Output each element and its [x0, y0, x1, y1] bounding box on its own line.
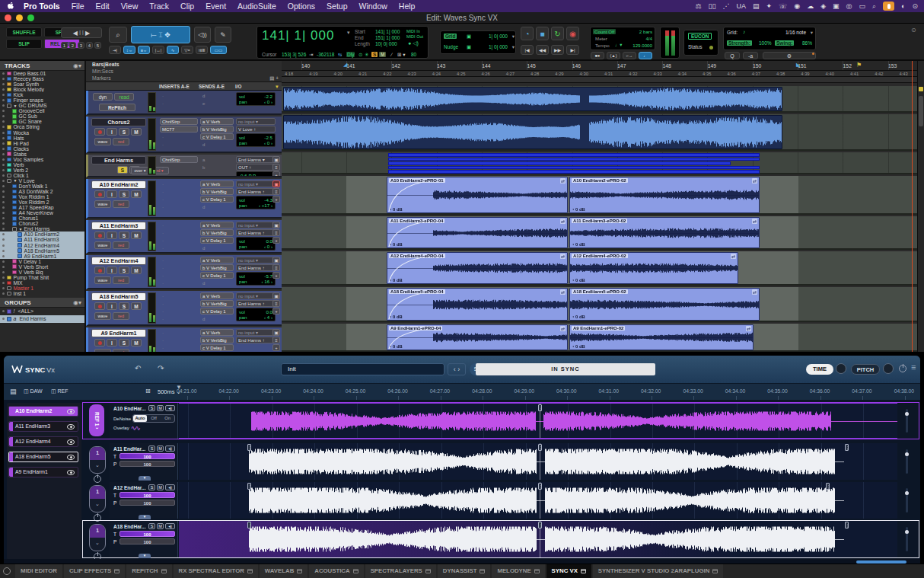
input-monitor-button[interactable]: I — [107, 339, 117, 346]
io-output[interactable]: End Harms ↑ — [236, 337, 276, 343]
menu-item-audiosuite[interactable]: AudioSuite — [237, 2, 276, 11]
grid-icon[interactable]: ⊞ — [145, 388, 151, 394]
send-d[interactable]: d — [200, 315, 234, 322]
audio-clip[interactable]: A18 EndHarm5-ePRO-02⇄◔ 0 dB — [569, 288, 760, 321]
send-c-v-delay-1[interactable]: c V Delay 1 — [200, 196, 234, 203]
sidebar-track-vox-riddim-2[interactable]: Vox Riddim 2 — [0, 200, 84, 205]
edit-toolbar-mini-4[interactable]: ∿ — [167, 46, 179, 54]
edit-track-strip-a9-endharm1[interactable]: A9 EndHarm1ISMwavered···a V Verbb V Verb… — [86, 327, 282, 352]
sidebar-track-hi-pad[interactable]: Hi Pad — [0, 141, 84, 146]
edit-track-strip-chorus2[interactable]: Chorus2ISMwaveredChnlStrpMC77··a V Verbb… — [86, 117, 282, 153]
grid-note-dropdown[interactable]: ▾ — [811, 30, 813, 36]
sync-marker-handle[interactable]: ⋮ — [845, 444, 849, 451]
elastic-audio-button[interactable]: ▣ — [272, 329, 280, 336]
insert-empty[interactable]: · — [160, 264, 198, 271]
lane-expand-arrow[interactable]: ▼ — [139, 554, 151, 558]
auto-red[interactable]: red — [113, 312, 129, 320]
memory-location-1[interactable]: 1 — [61, 42, 68, 49]
solo-badge[interactable]: S — [371, 52, 378, 57]
io-input[interactable]: no input ▾ — [236, 329, 276, 336]
plugin-track-item-a10-endharm2[interactable]: A10 EndHarm2 — [8, 406, 78, 417]
audio-clip-waveform[interactable] — [283, 87, 782, 111]
sidebar-track-groovecell[interactable]: GrooveCell — [0, 108, 84, 113]
taskbar-tab-dynassist[interactable]: DYNASSIST — [438, 564, 491, 578]
input-monitor-button[interactable]: I — [107, 267, 117, 274]
io-output[interactable]: End Harms ↑ — [236, 188, 276, 195]
menu-item-file[interactable]: File — [72, 2, 84, 11]
pan-value[interactable]: ‹ 0 › — [264, 140, 272, 145]
sidebar-track-reecey-bass[interactable]: Reecey Bass — [0, 76, 84, 81]
track-name-box[interactable]: A18 EndHarm5 — [91, 292, 146, 301]
sidebar-track-v-delay-1[interactable]: V Delay 1 — [0, 259, 84, 264]
track-name-box[interactable]: Chorus2 — [91, 118, 146, 126]
insert-empty[interactable]: · — [160, 100, 198, 107]
visibility-eye-icon[interactable] — [67, 424, 75, 430]
memory-location-2[interactable]: 2 — [69, 42, 76, 49]
menu-item-window[interactable]: Window — [359, 2, 387, 11]
swing-value[interactable]: 86% — [802, 40, 812, 46]
menu-item-setup[interactable]: Setup — [327, 2, 347, 11]
visibility-eye-icon[interactable] — [67, 455, 75, 460]
sync-marker-handle[interactable]: ⋮ — [247, 444, 251, 451]
strength-value[interactable]: 100% — [759, 40, 772, 46]
vertical-scrollbar[interactable] — [917, 61, 924, 352]
menu-item-clip[interactable]: Clip — [180, 2, 194, 11]
auto-red[interactable]: red — [113, 200, 129, 208]
metronome-button-0[interactable]: ■● — [591, 52, 604, 59]
send-b-v-verbbig[interactable]: b V VerbBig — [200, 126, 234, 133]
bars-ruler[interactable]: 1401411421431441451461471481491501511521… — [282, 61, 917, 71]
lane-zoom-slider[interactable] — [906, 449, 908, 474]
playlist-button[interactable]: ≡ — [272, 164, 280, 171]
elastic-warp-icon[interactable]: ⇄ — [560, 178, 566, 184]
sync-marker-handle[interactable]: ⋮ — [538, 444, 542, 451]
grabber-tool[interactable]: ✥ — [164, 31, 170, 39]
elastic-warp-icon[interactable]: ⇄ — [560, 326, 566, 331]
edit-track-strip-a18-endharm5[interactable]: A18 EndHarm5ISMwavered····a V Verbb V Ve… — [86, 291, 282, 326]
denoise-option-on[interactable]: On — [161, 415, 174, 422]
solo-button[interactable]: S — [119, 232, 129, 239]
audio-clip[interactable]: A18 EndHarm5-ePRO-04⇄◔ 0 dB — [387, 288, 568, 321]
transport-loop-playback-button[interactable]: ↻ — [551, 27, 564, 40]
insert-chnlstrp[interactable]: ChnlStrp — [160, 156, 198, 163]
lane-zoom-slider[interactable] — [906, 409, 908, 433]
audio-track-lane-a11-endharm3[interactable]: A11 EndHarm3-ePRO-04⇄◔ 0 dBA11 EndHarm3-… — [282, 216, 917, 250]
playlist-button[interactable]: ≡ — [272, 188, 280, 195]
menu-item-view[interactable]: View — [121, 2, 139, 11]
solo-button[interactable]: S — [117, 166, 128, 174]
sidebar-track-a3-dontwalk-2[interactable]: A3 DontWalk 2 — [0, 189, 84, 194]
denoise-segmented-control[interactable]: AutoOffOn — [132, 414, 175, 423]
lane-mute-button[interactable]: M — [157, 523, 164, 529]
app-icon[interactable]: ▣ — [833, 0, 840, 12]
clip-gain-label[interactable]: ◔ 0 dB — [389, 278, 403, 283]
taskbar-tab-sync-vx[interactable]: SYNC VX — [546, 564, 591, 578]
playlist-button[interactable]: ≡ — [272, 300, 280, 307]
clip-gain-label[interactable]: ◔ 0 dB — [572, 344, 585, 349]
ruler-label-2[interactable]: Markers — [92, 75, 111, 81]
sync-marker-handle[interactable]: ⋮ — [247, 483, 251, 490]
solo-button[interactable]: S — [119, 267, 129, 274]
send-a-v-verb[interactable]: a V Verb — [200, 257, 234, 263]
insert-empty[interactable]: · — [160, 229, 198, 236]
track-name-box[interactable]: A12 EndHarm4 — [91, 257, 146, 265]
edit-track-strip-a12-endharm4[interactable]: A12 EndHarm4ISMwavered····a V Verbb V Ve… — [86, 255, 282, 289]
taskbar-tab-rx-spectral-editor[interactable]: RX SPECTRAL EDITOR — [174, 564, 258, 578]
sidebar-track-chorus2[interactable]: Chorus2 — [0, 221, 84, 226]
apple-icon[interactable] — [6, 2, 14, 11]
pencil-mini-icon[interactable]: ∕ — [391, 52, 392, 57]
insert-empty[interactable]: · — [160, 141, 198, 148]
pan-value[interactable]: ‹ 4 › — [264, 315, 272, 320]
lane-speaker-button[interactable]: ◂) — [165, 405, 175, 411]
auto-red[interactable]: red — [113, 349, 129, 352]
auto-red[interactable]: red — [113, 241, 129, 249]
undo-icon[interactable]: ↶ — [135, 364, 141, 372]
time-slider[interactable]: 100 — [119, 531, 175, 537]
send-e[interactable]: e — [200, 100, 234, 107]
time-slider[interactable]: 100 — [119, 492, 175, 498]
io-output[interactable]: End Harms ↑ — [236, 229, 276, 236]
call-icon[interactable]: ☏ — [779, 0, 787, 12]
transport-go-to-end-button[interactable]: ▶| — [566, 45, 579, 55]
playlist-button[interactable]: ≡ — [272, 264, 280, 271]
vol-value[interactable]: -2.5 — [264, 135, 272, 140]
menu-item-help[interactable]: Help — [399, 2, 416, 11]
mute-button[interactable]: M — [131, 302, 142, 310]
